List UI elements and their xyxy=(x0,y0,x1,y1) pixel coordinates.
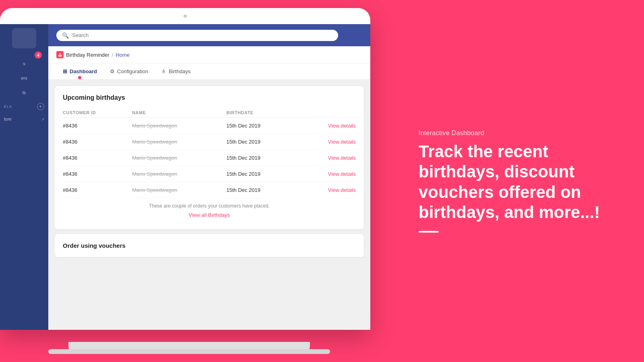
breadcrumb-home[interactable]: Home xyxy=(116,52,130,58)
cell-name: Mario Speedwagon xyxy=(132,118,226,134)
external-link-icon: ↗ xyxy=(41,117,44,121)
sidebar-section-label: ELS xyxy=(4,105,12,109)
cell-birthdate: 15th Dec 2019 xyxy=(226,134,297,150)
cell-name: Mario Speedwagon xyxy=(132,166,226,182)
cell-birthdate: 15th Dec 2019 xyxy=(226,150,297,166)
search-icon: 🔍 xyxy=(62,32,69,39)
tab-configuration-label: Configuration xyxy=(117,68,148,74)
right-panel-subtitle: Interactive Dashboard xyxy=(419,130,612,137)
tab-configuration[interactable]: ⚙ Configuration xyxy=(103,64,155,79)
breadcrumb-module: Birthday Reminder xyxy=(66,52,109,58)
tab-birthdays-label: Birthdays xyxy=(169,68,190,74)
dashboard-grid-icon: ⊞ xyxy=(63,68,67,74)
content-panels: Upcoming birthdays CUSTOMER ID NAME BIRT… xyxy=(48,80,370,263)
cell-action: View details xyxy=(297,166,356,182)
col-action xyxy=(297,108,356,118)
camera-dot xyxy=(184,14,187,18)
tab-nav: ⊞ Dashboard ⚙ Configuration 🕯 Birthdays xyxy=(48,64,370,80)
order-vouchers-title: Order using vouchers xyxy=(63,242,356,249)
search-bar[interactable]: 🔍 xyxy=(56,30,338,41)
sidebar-section-els: ELS + xyxy=(0,100,48,113)
view-details-link-2[interactable]: View details xyxy=(328,155,356,161)
sidebar-store-item[interactable]: tore ↗ xyxy=(0,113,48,125)
view-details-link-0[interactable]: View details xyxy=(328,123,356,129)
birthdays-table: CUSTOMER ID NAME BIRTHDATE #8436 Mario S… xyxy=(63,108,356,198)
cell-name: Mario Speedwagon xyxy=(132,134,226,150)
add-section-button[interactable]: + xyxy=(37,103,44,110)
birthday-icon: 🎂 xyxy=(56,51,64,58)
cell-action: View details xyxy=(297,118,356,134)
table-row: #8436 Mario Speedwagon 15th Dec 2019 Vie… xyxy=(63,166,356,182)
footer-note: These are couple of orders your customer… xyxy=(63,198,356,210)
cell-action: View details xyxy=(297,150,356,166)
table-row: #8436 Mario Speedwagon 15th Dec 2019 Vie… xyxy=(63,150,356,166)
cell-customer-id: #8436 xyxy=(63,166,132,182)
order-vouchers-panel: Order using vouchers xyxy=(55,234,364,257)
tab-birthdays[interactable]: 🕯 Birthdays xyxy=(155,64,197,79)
laptop-frame: 4 s ers ts ELS + tore ↗ 🔍 xyxy=(0,8,378,354)
search-input[interactable] xyxy=(72,32,332,38)
upcoming-birthdays-title: Upcoming birthdays xyxy=(63,94,356,101)
main-content: 🔍 🎂 Birthday Reminder / Home xyxy=(48,24,370,330)
sidebar-logo xyxy=(12,28,36,48)
cell-birthdate: 15th Dec 2019 xyxy=(226,166,297,182)
cake-icon: 🕯 xyxy=(161,68,166,74)
breadcrumb: 🎂 Birthday Reminder / Home xyxy=(48,46,370,64)
cell-customer-id: #8436 xyxy=(63,182,132,198)
gear-icon: ⚙ xyxy=(110,68,115,74)
col-birthdate: BIRTHDATE xyxy=(226,108,297,118)
store-label: tore xyxy=(4,117,12,121)
right-panel: Interactive Dashboard Track the recent b… xyxy=(419,130,612,232)
sidebar-item-1[interactable]: s xyxy=(0,56,48,71)
page-area[interactable]: 🎂 Birthday Reminder / Home ⊞ Dashboard ⚙ xyxy=(48,46,370,330)
view-details-link-4[interactable]: View details xyxy=(328,187,356,193)
view-all-birthdays-link[interactable]: View all Birthdays xyxy=(63,210,356,221)
view-details-link-1[interactable]: View details xyxy=(328,139,356,145)
top-nav: 🔍 xyxy=(48,24,370,46)
col-customer-id: CUSTOMER ID xyxy=(63,108,132,118)
right-panel-headline: Track the recent birthdays, discount vou… xyxy=(419,142,612,223)
accent-bar xyxy=(419,231,439,232)
notification-badge: 4 xyxy=(35,51,42,59)
breadcrumb-separator: / xyxy=(112,52,114,58)
cell-birthdate: 15th Dec 2019 xyxy=(226,118,297,134)
col-name: NAME xyxy=(132,108,226,118)
laptop-stand xyxy=(68,342,310,354)
app-wrapper: 4 s ers ts ELS + tore ↗ 🔍 xyxy=(0,24,370,330)
sidebar-item-3[interactable]: ts xyxy=(0,85,48,100)
cell-customer-id: #8436 xyxy=(63,118,132,134)
sidebar-item-2[interactable]: ers xyxy=(0,71,48,85)
sidebar: 4 s ers ts ELS + tore ↗ xyxy=(0,24,48,330)
view-details-link-3[interactable]: View details xyxy=(328,171,356,177)
cell-customer-id: #8436 xyxy=(63,150,132,166)
table-row: #8436 Mario Speedwagon 15th Dec 2019 Vie… xyxy=(63,134,356,150)
cell-birthdate: 15th Dec 2019 xyxy=(226,182,297,198)
cell-action: View details xyxy=(297,134,356,150)
tab-dashboard[interactable]: ⊞ Dashboard xyxy=(56,64,103,79)
tab-dashboard-label: Dashboard xyxy=(70,68,97,74)
cell-customer-id: #8436 xyxy=(63,134,132,150)
cell-name: Mario Speedwagon xyxy=(132,150,226,166)
table-header-row: CUSTOMER ID NAME BIRTHDATE xyxy=(63,108,356,118)
upcoming-birthdays-panel: Upcoming birthdays CUSTOMER ID NAME BIRT… xyxy=(55,86,364,229)
cell-action: View details xyxy=(297,182,356,198)
laptop-screen: 4 s ers ts ELS + tore ↗ 🔍 xyxy=(0,8,370,330)
cell-name: Mario Speedwagon xyxy=(132,182,226,198)
table-row: #8436 Mario Speedwagon 15th Dec 2019 Vie… xyxy=(63,182,356,198)
table-row: #8436 Mario Speedwagon 15th Dec 2019 Vie… xyxy=(63,118,356,134)
